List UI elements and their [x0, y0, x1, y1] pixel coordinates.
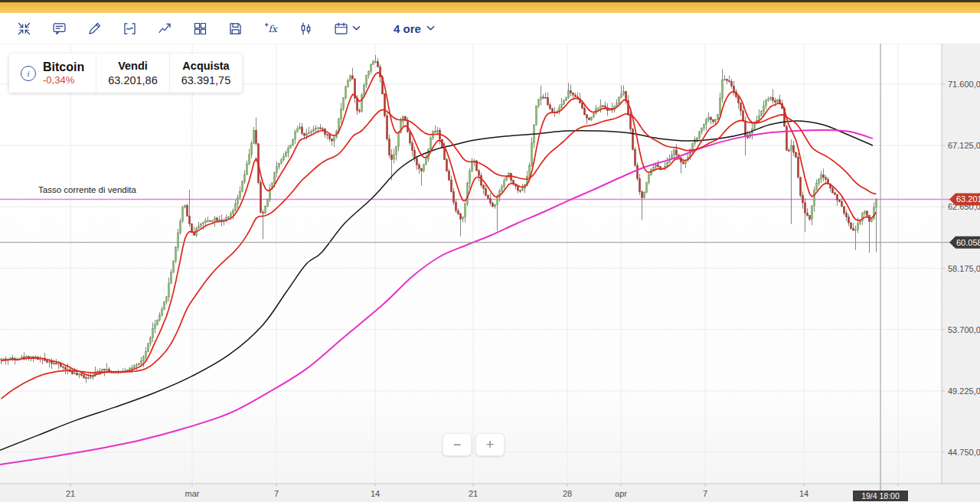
draw-icon — [87, 21, 103, 37]
sell-rate-badge: 63.201,86 — [949, 193, 980, 205]
annotations-icon — [51, 21, 67, 37]
price-tick-label: 58.175,00 — [948, 264, 980, 273]
time-tick-label: 21 — [469, 489, 478, 498]
indicators-button[interactable] — [118, 17, 141, 40]
svg-text:60.058,56: 60.058,56 — [956, 238, 980, 247]
interval-label: 4 ore — [394, 22, 421, 35]
interval-selector[interactable]: 4 ore — [389, 19, 439, 38]
chart-region[interactable]: Tasso corrente di vendita71.600,0067.125… — [0, 44, 980, 502]
price-tick-label: 49.225,00 — [948, 386, 980, 396]
plot-background — [0, 44, 942, 484]
time-tick-label: 14 — [371, 489, 380, 498]
crosshair-price-badge: 60.058,56 — [949, 236, 980, 249]
chevron-down-icon — [426, 25, 435, 31]
svg-text:63.201,86: 63.201,86 — [956, 194, 980, 204]
chevron-down-icon — [352, 25, 361, 31]
time-tick-label: 7 — [274, 489, 279, 498]
calendar-icon — [333, 21, 349, 37]
sell-label: Vendi — [108, 60, 158, 72]
crosshair-time-badge: 19/4 18:00 — [853, 491, 908, 501]
time-tick-label: mar — [185, 489, 200, 498]
time-tick-label: 21 — [66, 489, 75, 498]
calendar-button[interactable] — [329, 17, 364, 40]
collapse-button[interactable] — [12, 17, 35, 40]
sell-quote-button[interactable]: Vendi 63.201,86 — [96, 54, 169, 93]
indicators-icon — [122, 21, 138, 37]
draw-button[interactable] — [83, 17, 106, 40]
quote-card: i Bitcoin -0,34% Vendi 63.201,86 Acquist… — [9, 54, 242, 93]
zoom-out-button[interactable]: − — [443, 433, 472, 456]
brand-accent-bar — [0, 2, 980, 13]
trading-app-window: fx 4 ore Tasso corrente di vendita71.600… — [0, 0, 980, 502]
chart-toolbar: fx 4 ore — [0, 13, 980, 44]
time-tick-label: 7 — [703, 489, 707, 498]
trend-lines-icon — [157, 21, 173, 37]
info-icon[interactable]: i — [21, 66, 36, 81]
annotations-button[interactable] — [47, 17, 70, 40]
save-icon — [227, 21, 243, 37]
chart-type-icon — [298, 21, 314, 37]
collapse-icon — [16, 21, 32, 37]
svg-text:fx: fx — [268, 24, 279, 34]
zoom-controls: − + — [443, 433, 505, 456]
functions-icon: fx — [263, 21, 279, 37]
svg-text:19/4 18:00: 19/4 18:00 — [861, 491, 900, 500]
price-tick-label: 71.600,00 — [948, 80, 980, 89]
sell-rate-label: Tasso corrente di vendita — [38, 185, 136, 194]
save-button[interactable] — [224, 17, 247, 40]
buy-quote-button[interactable]: Acquista 63.391,75 — [169, 54, 243, 93]
time-tick-label: 28 — [563, 489, 572, 498]
price-tick-label: 44.750,00 — [948, 448, 980, 457]
time-tick-label: 14 — [799, 489, 808, 498]
time-tick-label: apr — [615, 489, 627, 498]
buy-value: 63.391,75 — [181, 74, 231, 86]
functions-button[interactable]: fx — [259, 17, 282, 40]
buy-label: Acquista — [181, 60, 231, 72]
price-tick-label: 67.125,00 — [948, 141, 980, 150]
trend-lines-button[interactable] — [153, 17, 176, 40]
change-percent: -0,34% — [43, 74, 84, 86]
price-tick-label: 53.700,00 — [948, 325, 980, 334]
layouts-icon — [192, 21, 208, 37]
chart-type-button[interactable] — [294, 17, 317, 40]
symbol-cell[interactable]: i Bitcoin -0,34% — [9, 54, 96, 93]
symbol-name: Bitcoin — [43, 60, 84, 74]
layouts-button[interactable] — [188, 17, 211, 40]
sell-value: 63.201,86 — [108, 74, 158, 86]
zoom-in-button[interactable]: + — [475, 433, 505, 456]
